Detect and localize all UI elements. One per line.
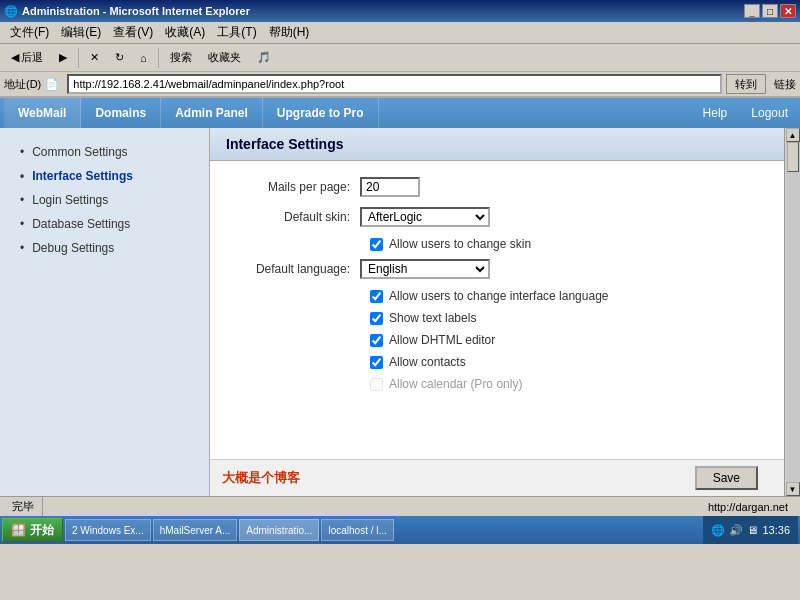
allow-calendar-row: Allow calendar (Pro only) [230,377,764,391]
allow-change-language-checkbox[interactable] [370,290,383,303]
default-language-select[interactable]: English [360,259,490,279]
status-text: 完毕 [4,497,43,516]
refresh-button[interactable]: ↻ [108,47,131,69]
content-body: Mails per page: Default skin: AfterLogic… [210,161,784,459]
menu-tools[interactable]: 工具(T) [211,22,262,43]
window-title: Administration - Microsoft Internet Expl… [22,5,250,17]
content-area: Interface Settings Mails per page: Defau… [210,128,784,496]
page-title: Interface Settings [226,136,343,152]
sidebar-item-interface[interactable]: Interface Settings [0,164,209,188]
nav-tab-webmail[interactable]: WebMail [4,98,81,128]
content-footer: 大概是个博客 Save [210,459,784,496]
menu-favorites[interactable]: 收藏(A) [159,22,211,43]
go-button[interactable]: 转到 [726,74,766,94]
sidebar: Common Settings Interface Settings Login… [0,128,210,496]
default-skin-label: Default skin: [230,210,360,224]
taskbar-right: 🌐 🔊 🖥 13:36 [703,516,798,544]
help-button[interactable]: Help [691,98,740,128]
taskbar-icon-volume: 🔊 [729,524,743,537]
taskbar-btn-admin[interactable]: Administratio... [239,519,319,541]
default-language-row: Default language: English [230,259,764,279]
allow-change-skin-checkbox[interactable] [370,238,383,251]
toolbar: ◀ 后退 ▶ ✕ ↻ ⌂ 搜索 收藏夹 🎵 [0,44,800,72]
show-text-labels-label: Show text labels [389,311,476,325]
taskbar-clock: 13:36 [762,524,790,536]
watermark-text: 大概是个博客 [222,469,300,487]
taskbar: 🪟 开始 2 Windows Ex... hMailServer A... Ad… [0,516,800,544]
allow-change-language-label: Allow users to change interface language [389,289,608,303]
taskbar-btn-windows[interactable]: 2 Windows Ex... [65,519,151,541]
save-button[interactable]: Save [695,466,758,490]
right-scrollbar[interactable]: ▲ ▼ [784,128,800,496]
scroll-down-button[interactable]: ▼ [786,482,800,496]
allow-change-language-row: Allow users to change interface language [230,289,764,303]
scroll-track [786,142,800,482]
address-icon: 📄 [45,78,59,91]
allow-contacts-label: Allow contacts [389,355,466,369]
toolbar-separator-2 [158,48,159,68]
menu-file[interactable]: 文件(F) [4,22,55,43]
forward-button[interactable]: ▶ [52,47,74,69]
default-skin-row: Default skin: AfterLogic [230,207,764,227]
mails-per-page-row: Mails per page: [230,177,764,197]
menu-edit[interactable]: 编辑(E) [55,22,107,43]
show-text-labels-checkbox[interactable] [370,312,383,325]
start-button[interactable]: 🪟 开始 [2,518,63,542]
allow-change-skin-label: Allow users to change skin [389,237,531,251]
app-nav: WebMail Domains Admin Panel Upgrade to P… [0,98,800,128]
menu-help[interactable]: 帮助(H) [263,22,316,43]
allow-contacts-checkbox[interactable] [370,356,383,369]
taskbar-btn-localhost[interactable]: localhost / l... [321,519,393,541]
sidebar-item-database[interactable]: Database Settings [0,212,209,236]
sidebar-label-database: Database Settings [32,217,130,231]
allow-dhtml-checkbox[interactable] [370,334,383,347]
back-button[interactable]: ◀ 后退 [4,47,50,69]
media-button[interactable]: 🎵 [250,47,278,69]
sidebar-item-login[interactable]: Login Settings [0,188,209,212]
sidebar-item-common[interactable]: Common Settings [0,140,209,164]
allow-calendar-checkbox [370,378,383,391]
logout-button[interactable]: Logout [739,98,800,128]
sidebar-label-login: Login Settings [32,193,108,207]
scroll-thumb[interactable] [787,142,799,172]
scroll-up-button[interactable]: ▲ [786,128,800,142]
mails-per-page-label: Mails per page: [230,180,360,194]
default-skin-select[interactable]: AfterLogic [360,207,490,227]
address-input[interactable] [67,74,722,94]
close-button[interactable]: ✕ [780,4,796,18]
search-button[interactable]: 搜索 [163,47,199,69]
maximize-button[interactable]: □ [762,4,778,18]
mails-per-page-input[interactable] [360,177,420,197]
taskbar-icon-monitor: 🖥 [747,524,758,536]
title-bar-buttons: _ □ ✕ [744,4,796,18]
address-label: 地址(D) [4,77,41,92]
sidebar-label-debug: Debug Settings [32,241,114,255]
allow-change-skin-row: Allow users to change skin [230,237,764,251]
allow-dhtml-label: Allow DHTML editor [389,333,495,347]
allow-contacts-row: Allow contacts [230,355,764,369]
nav-tab-domains[interactable]: Domains [81,98,161,128]
window-icon: 🌐 [4,5,18,18]
allow-dhtml-row: Allow DHTML editor [230,333,764,347]
home-button[interactable]: ⌂ [133,47,154,69]
address-bar: 地址(D) 📄 转到 链接 [0,72,800,98]
nav-tab-adminpanel[interactable]: Admin Panel [161,98,263,128]
menu-view[interactable]: 查看(V) [107,22,159,43]
sidebar-label-interface: Interface Settings [32,169,133,183]
allow-calendar-label: Allow calendar (Pro only) [389,377,522,391]
title-bar: 🌐 Administration - Microsoft Internet Ex… [0,0,800,22]
content-header: Interface Settings [210,128,784,161]
nav-tab-upgrade[interactable]: Upgrade to Pro [263,98,379,128]
favorites-button[interactable]: 收藏夹 [201,47,248,69]
minimize-button[interactable]: _ [744,4,760,18]
show-text-labels-row: Show text labels [230,311,764,325]
toolbar-separator [78,48,79,68]
sidebar-label-common: Common Settings [32,145,127,159]
stop-button[interactable]: ✕ [83,47,106,69]
status-bar: 完毕 http://dargan.net [0,496,800,516]
start-icon: 🪟 [11,523,26,537]
links-label: 链接 [774,77,796,92]
taskbar-icon-web: 🌐 [711,524,725,537]
taskbar-btn-hmail[interactable]: hMailServer A... [153,519,238,541]
sidebar-item-debug[interactable]: Debug Settings [0,236,209,260]
